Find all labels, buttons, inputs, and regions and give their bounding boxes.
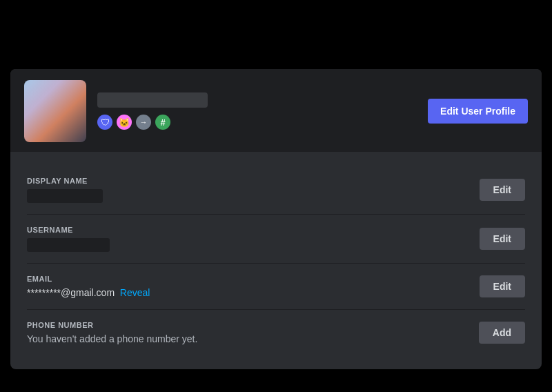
username-label: USERNAME bbox=[27, 226, 480, 234]
email-label: EMAIL bbox=[27, 275, 480, 283]
display-name-value bbox=[27, 189, 103, 203]
email-reveal-link[interactable]: Reveal bbox=[120, 287, 150, 298]
badges-row: 🛡 🐱 → # bbox=[97, 115, 208, 130]
phone-empty-text: You haven't added a phone number yet. bbox=[27, 333, 479, 344]
username-edit-button[interactable]: Edit bbox=[480, 228, 525, 250]
badge-boost: 🐱 bbox=[117, 115, 132, 130]
badge-hash: # bbox=[155, 115, 170, 130]
display-name-row: DISPLAY NAME Edit bbox=[27, 166, 525, 215]
display-name-label: DISPLAY NAME bbox=[27, 177, 480, 185]
email-value: *********@gmail.com Reveal bbox=[27, 287, 480, 298]
username-bar bbox=[97, 92, 208, 108]
phone-add-button[interactable]: Add bbox=[479, 322, 525, 344]
email-row: EMAIL *********@gmail.com Reveal Edit bbox=[27, 264, 525, 310]
username-value bbox=[27, 238, 110, 252]
avatar bbox=[24, 80, 86, 142]
phone-label: PHONE NUMBER bbox=[27, 321, 479, 329]
phone-number-row: PHONE NUMBER You haven't added a phone n… bbox=[27, 310, 525, 355]
top-bar bbox=[0, 0, 552, 69]
profile-panel: 🛡 🐱 → # Edit User Profile DISPLAY NAME E… bbox=[10, 69, 542, 369]
email-masked: *********@gmail.com bbox=[27, 287, 115, 298]
badge-arrow: → bbox=[136, 115, 151, 130]
edit-user-profile-button[interactable]: Edit User Profile bbox=[428, 99, 528, 124]
badge-nitro: 🛡 bbox=[97, 115, 112, 130]
profile-fields: DISPLAY NAME Edit USERNAME Edit EMAIL **… bbox=[10, 152, 542, 369]
display-name-edit-button[interactable]: Edit bbox=[480, 179, 525, 201]
profile-header: 🛡 🐱 → # Edit User Profile bbox=[10, 69, 542, 152]
email-edit-button[interactable]: Edit bbox=[480, 275, 525, 297]
username-row: USERNAME Edit bbox=[27, 215, 525, 264]
